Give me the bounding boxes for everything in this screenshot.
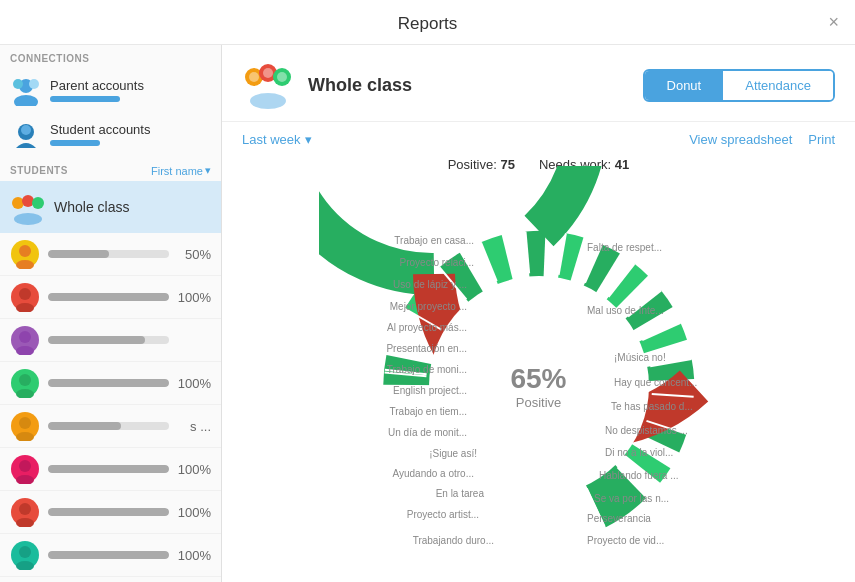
svg-text:Mal uso de Inte...: Mal uso de Inte... [587, 305, 664, 316]
student-avatar-1-icon [10, 239, 40, 269]
svg-point-23 [19, 417, 31, 429]
student-pct-2: 100% [175, 290, 211, 305]
svg-point-29 [19, 503, 31, 515]
student-progress-7 [48, 508, 169, 516]
student-avatar-5-icon [10, 411, 40, 441]
sort-arrow-icon: ▾ [205, 164, 211, 177]
svg-point-38 [263, 68, 273, 78]
svg-text:Trabajo de moni...: Trabajo de moni... [386, 364, 466, 375]
student-item[interactable]: 100% [0, 276, 221, 319]
student-item[interactable]: 100% [0, 362, 221, 405]
svg-point-20 [19, 374, 31, 386]
student-pct-1: 50% [175, 247, 211, 262]
svg-point-26 [19, 460, 31, 472]
students-label: STUDENTS [10, 165, 68, 176]
student-accounts-name: Student accounts [50, 122, 211, 137]
svg-text:Trabajando duro...: Trabajando duro... [412, 535, 493, 546]
student-avatar-6-icon [10, 454, 40, 484]
modal-title: Reports [398, 14, 458, 33]
donut-chart-wrapper: Trabajo en casa... Proyecto relaci... Us… [319, 166, 759, 582]
svg-line-57 [525, 499, 529, 541]
tab-donut-button[interactable]: Donut [645, 71, 724, 100]
week-filter-button[interactable]: Last week ▾ [242, 132, 312, 147]
svg-text:Hay que concent...: Hay que concent... [614, 377, 697, 388]
svg-text:Presentación en...: Presentación en... [386, 343, 467, 354]
student-item[interactable]: 100% [0, 448, 221, 491]
svg-text:Se va por las n...: Se va por las n... [594, 493, 669, 504]
svg-line-58 [485, 492, 499, 531]
first-name-label: First name [151, 165, 203, 177]
student-pct-4: 100% [175, 376, 211, 391]
week-label: Last week [242, 132, 301, 147]
svg-line-56 [558, 497, 565, 538]
student-progress-4 [48, 379, 169, 387]
svg-point-40 [250, 93, 286, 109]
student-avatar-3-icon [10, 325, 40, 355]
svg-text:En la tarea: En la tarea [435, 488, 484, 499]
student-accounts-item[interactable]: Student accounts [0, 112, 221, 156]
student-progress-6 [48, 465, 169, 473]
student-progress-2 [48, 293, 169, 301]
svg-text:Proyecto artist...: Proyecto artist... [406, 509, 478, 520]
student-progress-8 [48, 551, 169, 559]
svg-point-17 [19, 331, 31, 343]
chart-area: Positive: 75 Needs work: 41 [222, 157, 855, 582]
student-avatar-7-icon [10, 497, 40, 527]
svg-text:Di no a la viol...: Di no a la viol... [605, 447, 673, 458]
svg-point-5 [21, 125, 31, 135]
svg-text:Un día de monit...: Un día de monit... [388, 427, 467, 438]
modal-body: CONNECTIONS Parent accounts [0, 45, 855, 582]
view-spreadsheet-link[interactable]: View spreadsheet [689, 132, 792, 147]
report-toolbar: Last week ▾ View spreadsheet Print [222, 122, 855, 157]
svg-point-32 [19, 546, 31, 558]
student-accounts-icon [10, 118, 42, 150]
student-item[interactable]: 100% [0, 491, 221, 534]
svg-point-8 [32, 197, 44, 209]
svg-point-6 [12, 197, 24, 209]
modal-header: Reports × [0, 0, 855, 45]
student-item[interactable]: 50% [0, 233, 221, 276]
svg-point-3 [29, 79, 39, 89]
svg-text:¡Sigue así!: ¡Sigue así! [429, 448, 477, 459]
toolbar-right: View spreadsheet Print [689, 132, 835, 147]
whole-class-label: Whole class [54, 199, 129, 215]
connections-label: CONNECTIONS [0, 45, 221, 68]
svg-text:Hablando fuera ...: Hablando fuera ... [599, 470, 679, 481]
svg-text:¡Música no!: ¡Música no! [614, 352, 666, 363]
student-avatar-2-icon [10, 282, 40, 312]
svg-text:English project...: English project... [393, 385, 467, 396]
tab-attendance-button[interactable]: Attendance [723, 71, 833, 100]
student-item[interactable]: s ... [0, 405, 221, 448]
svg-text:Proyecto de vid...: Proyecto de vid... [587, 535, 664, 546]
close-button[interactable]: × [828, 12, 839, 33]
report-tab-group: Donut Attendance [643, 69, 835, 102]
parent-accounts-item[interactable]: Parent accounts [0, 68, 221, 112]
svg-point-37 [249, 72, 259, 82]
svg-text:Al proyecto más...: Al proyecto más... [386, 322, 466, 333]
student-item[interactable] [0, 319, 221, 362]
student-avatar-8-icon [10, 540, 40, 570]
svg-text:Te has pasado d...: Te has pasado d... [611, 401, 693, 412]
week-arrow-icon: ▾ [305, 132, 312, 147]
svg-text:Trabajo en tiem...: Trabajo en tiem... [389, 406, 466, 417]
report-header: Whole class Donut Attendance [222, 45, 855, 122]
first-name-sort-button[interactable]: First name ▾ [151, 164, 211, 177]
student-item[interactable]: 100% [0, 534, 221, 577]
student-progress-3 [48, 336, 169, 344]
svg-point-39 [277, 72, 287, 82]
student-accounts-bar [50, 140, 100, 146]
svg-text:No despistamos ...: No despistamos ... [605, 425, 688, 436]
svg-text:Ayudando a otro...: Ayudando a otro... [392, 468, 474, 479]
student-pct-8: 100% [175, 548, 211, 563]
parent-accounts-bar [50, 96, 120, 102]
student-pct-5: s ... [175, 419, 211, 434]
parent-accounts-icon [10, 74, 42, 106]
svg-text:Falta de respet...: Falta de respet... [587, 242, 662, 253]
print-link[interactable]: Print [808, 132, 835, 147]
main-content: Whole class Donut Attendance Last week ▾… [222, 45, 855, 582]
student-accounts-info: Student accounts [50, 122, 211, 146]
svg-point-9 [14, 213, 42, 225]
students-header: STUDENTS First name ▾ [0, 156, 221, 181]
whole-class-item[interactable]: Whole class [0, 181, 221, 233]
svg-point-7 [22, 195, 34, 207]
